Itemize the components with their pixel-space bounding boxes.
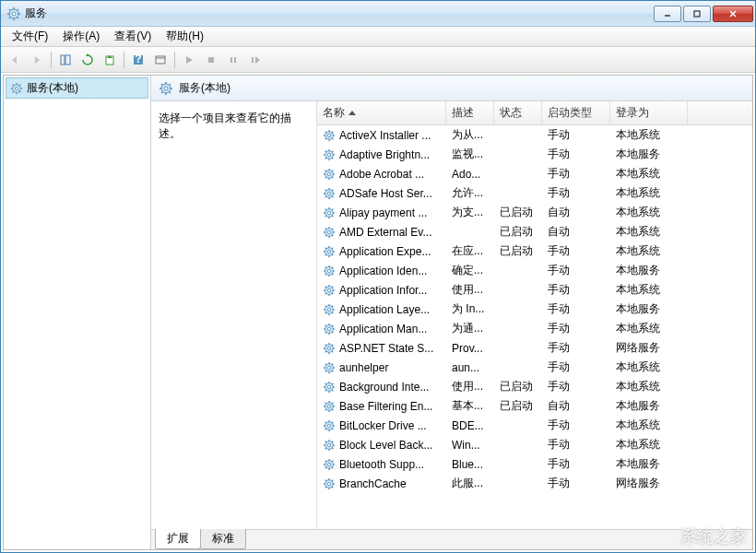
service-icon: [323, 361, 336, 374]
cell-status: 已启动: [494, 379, 542, 394]
cell-logon: 本地系统: [610, 437, 688, 453]
service-row[interactable]: ActiveX Installer ...为从...手动本地系统: [317, 125, 752, 145]
service-row[interactable]: Background Inte...使用...已启动手动本地系统: [317, 377, 752, 396]
menu-help[interactable]: 帮助(H): [159, 27, 211, 46]
cell-name: Base Filtering En...: [317, 400, 446, 413]
column-header-status[interactable]: 状态: [494, 101, 542, 124]
cell-startup: 手动: [542, 301, 610, 317]
service-icon: [323, 187, 336, 200]
pause-service-button[interactable]: [223, 50, 243, 70]
cell-logon: 本地系统: [610, 205, 688, 220]
tab-standard[interactable]: 标准: [200, 529, 246, 549]
tab-extended[interactable]: 扩展: [155, 529, 201, 549]
cell-description: Blue...: [446, 458, 494, 471]
forward-button[interactable]: [27, 50, 47, 70]
service-icon: [323, 284, 336, 297]
cell-name: Adaptive Brightn...: [317, 148, 446, 161]
cell-description: Win...: [446, 439, 494, 452]
service-row[interactable]: Adobe Acrobat ...Ado...手动本地系统: [317, 164, 752, 183]
cell-name: Bluetooth Supp...: [317, 458, 446, 471]
description-hint: 选择一个项目来查看它的描述。: [159, 112, 291, 140]
cell-startup: 手动: [542, 418, 610, 433]
cell-logon: 本地系统: [610, 418, 688, 433]
titlebar[interactable]: 服务: [1, 1, 755, 27]
cell-name: Alipay payment ...: [317, 206, 446, 219]
start-service-button[interactable]: [179, 50, 199, 70]
tree-node-services-local[interactable]: 服务(本地): [6, 77, 148, 99]
service-icon: [323, 458, 336, 471]
svg-rect-15: [65, 55, 70, 65]
service-row[interactable]: Base Filtering En...基本...已启动自动本地服务: [317, 396, 752, 416]
sort-asc-icon: [348, 111, 356, 115]
tree-pane[interactable]: 服务(本地): [4, 76, 151, 549]
service-row[interactable]: BitLocker Drive ...BDE...手动本地系统: [317, 416, 752, 435]
cell-description: 为从...: [446, 127, 494, 143]
cell-description: 此服...: [446, 476, 494, 491]
service-row[interactable]: Application Laye...为 In...手动本地服务: [317, 300, 752, 319]
service-row[interactable]: BranchCache此服...手动网络服务: [317, 474, 752, 493]
cell-startup: 手动: [542, 185, 610, 201]
column-header-description[interactable]: 描述: [446, 101, 494, 124]
service-icon: [323, 323, 336, 335]
help-button[interactable]: ?: [128, 50, 148, 70]
service-row[interactable]: AMD External Ev...已启动自动本地系统: [317, 222, 752, 241]
service-row[interactable]: Application Man...为通...手动本地系统: [317, 319, 752, 338]
column-header-startup[interactable]: 启动类型: [542, 101, 610, 124]
refresh-button[interactable]: [77, 50, 98, 70]
cell-status: 已启动: [494, 224, 542, 240]
stop-service-button[interactable]: [201, 50, 221, 70]
description-pane: 选择一个项目来查看它的描述。: [151, 101, 317, 529]
cell-startup: 手动: [542, 147, 610, 162]
cell-description: 使用...: [446, 379, 494, 394]
svg-rect-14: [61, 55, 65, 65]
cell-startup: 手动: [542, 340, 610, 356]
cell-startup: 手动: [542, 282, 610, 298]
export-button[interactable]: [100, 50, 120, 70]
cell-startup: 自动: [542, 398, 610, 414]
service-row[interactable]: ASP.NET State S...Prov...手动网络服务: [317, 338, 752, 358]
service-icon: [323, 168, 336, 181]
service-icon: [323, 477, 336, 490]
cell-startup: 手动: [542, 476, 610, 491]
services-list[interactable]: 名称 描述 状态 启动类型 登录为 ActiveX Installer ...为…: [317, 101, 752, 529]
service-row[interactable]: Block Level Back...Win...手动本地系统: [317, 435, 752, 454]
properties-button[interactable]: [150, 50, 171, 70]
service-row[interactable]: Application Iden...确定...手动本地服务: [317, 261, 752, 280]
cell-startup: 手动: [542, 359, 610, 375]
cell-description: BDE...: [446, 419, 494, 432]
service-icon: [323, 439, 336, 452]
cell-description: 确定...: [446, 263, 494, 278]
cell-startup: 自动: [542, 224, 610, 240]
column-header-logon[interactable]: 登录为: [610, 101, 688, 124]
services-icon: [159, 81, 173, 96]
back-button[interactable]: [5, 50, 25, 70]
column-header-name[interactable]: 名称: [317, 101, 446, 124]
service-row[interactable]: aunhelperaun...手动本地系统: [317, 358, 752, 377]
list-header: 名称 描述 状态 启动类型 登录为: [317, 101, 752, 125]
minimize-button[interactable]: [654, 6, 681, 22]
show-hide-tree-button[interactable]: [55, 50, 76, 70]
service-icon: [323, 148, 336, 161]
cell-startup: 手动: [542, 379, 610, 394]
cell-logon: 本地服务: [610, 301, 688, 317]
cell-startup: 手动: [542, 166, 610, 182]
cell-name: Application Iden...: [317, 265, 446, 277]
maximize-button[interactable]: [683, 6, 711, 22]
menu-action[interactable]: 操作(A): [55, 27, 107, 46]
service-row[interactable]: Alipay payment ...为支...已启动自动本地系统: [317, 203, 752, 222]
pane-header: 服务(本地): [151, 76, 752, 101]
service-row[interactable]: ADSafe Host Ser...允许...手动本地系统: [317, 183, 752, 203]
service-row[interactable]: Application Expe...在应...已启动手动本地系统: [317, 241, 752, 261]
restart-service-button[interactable]: [245, 50, 266, 70]
close-button[interactable]: [713, 6, 753, 22]
service-row[interactable]: Bluetooth Supp...Blue...手动本地服务: [317, 454, 752, 474]
menu-file[interactable]: 文件(F): [5, 27, 55, 46]
cell-logon: 本地系统: [610, 166, 688, 182]
right-pane: 服务(本地) 选择一个项目来查看它的描述。 名称 描述 状态 启动类型 登录为 …: [151, 76, 752, 549]
service-row[interactable]: Adaptive Brightn...监视...手动本地服务: [317, 145, 752, 164]
menu-view[interactable]: 查看(V): [107, 27, 159, 46]
menubar: 文件(F) 操作(A) 查看(V) 帮助(H): [1, 27, 755, 47]
cell-status: 已启动: [494, 243, 542, 259]
cell-description: 基本...: [446, 398, 494, 414]
service-row[interactable]: Application Infor...使用...手动本地系统: [317, 280, 752, 300]
